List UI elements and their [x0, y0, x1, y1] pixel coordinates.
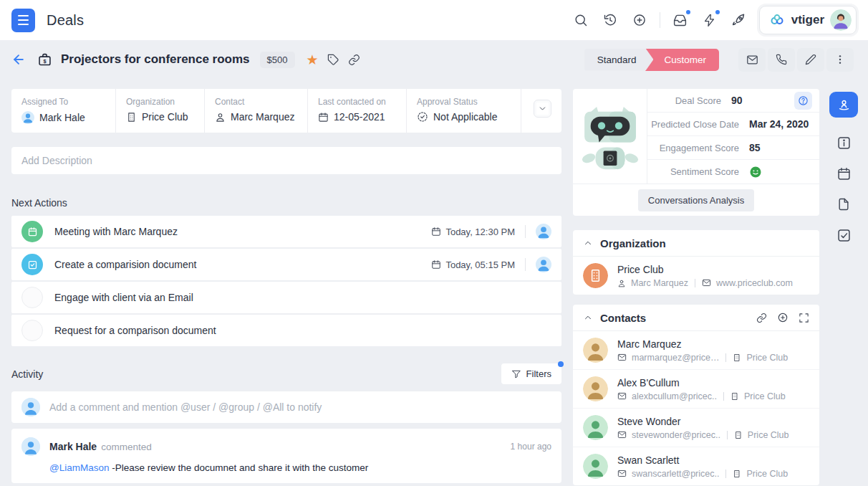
history-icon[interactable]: [601, 11, 619, 29]
contact-org: Price Club: [746, 469, 788, 479]
field-label: Assigned To: [21, 97, 105, 107]
organization-name[interactable]: Price Club: [617, 264, 793, 275]
person-icon: [215, 112, 226, 123]
field-approval-status: Approval Status Not Applicable: [407, 89, 521, 133]
comment-text: -Please review the documnet and share it…: [112, 462, 368, 473]
contact-avatar: [583, 454, 608, 479]
field-label: Approval Status: [417, 97, 511, 107]
calendar-icon: [431, 259, 441, 270]
quick-create-icon[interactable]: [630, 11, 649, 29]
comment-input[interactable]: [49, 401, 551, 413]
current-user-avatar: [21, 398, 40, 416]
contact-name[interactable]: Marc Marquez: [617, 338, 788, 350]
comment-time: 1 hour ago: [511, 442, 551, 452]
next-action-row[interactable]: Request for a comparison document: [11, 315, 561, 346]
organization-row[interactable]: Price Club Marc Marquez www.priceclub.co…: [573, 257, 819, 295]
contact-row[interactable]: Swan Scarlett swanscarlett@pricec.. Pric…: [573, 447, 819, 485]
empty-action-circle[interactable]: [21, 287, 43, 308]
email-icon: [617, 353, 627, 362]
search-icon[interactable]: [572, 11, 590, 29]
deal-title: Projectors for conference rooms: [61, 52, 250, 67]
back-icon[interactable]: [11, 52, 26, 67]
next-action-row[interactable]: Engage with client via an Email: [11, 282, 561, 313]
touchpoints-icon[interactable]: [829, 92, 858, 118]
collapse-chevron-icon[interactable]: [583, 313, 593, 323]
brand-name: vtiger: [791, 13, 824, 27]
top-bar: Deals vtiger: [0, 0, 868, 40]
field-value[interactable]: Marc Marquez: [231, 111, 294, 123]
contact-email[interactable]: swanscarlett@pricec..: [632, 469, 719, 479]
commenter-avatar[interactable]: [21, 437, 40, 456]
contact-row[interactable]: Steve Wonder stevewonder@pricec.. Price …: [573, 409, 819, 447]
contact-row[interactable]: Alex B'Cullum alexbcullum@pricec.. Price…: [573, 370, 819, 409]
tag-icon[interactable]: [327, 54, 339, 66]
contact-row[interactable]: Marc Marquez marmarquez@price… Price Clu…: [573, 331, 819, 370]
contacts-card: Contacts Marc Marquez marmarquez@price…: [573, 305, 819, 485]
add-contact-icon[interactable]: [777, 312, 789, 323]
description-input[interactable]: [11, 155, 561, 166]
organization-website[interactable]: www.priceclub.com: [716, 278, 793, 288]
building-icon: [734, 431, 743, 439]
stage-customer[interactable]: Customer: [645, 49, 719, 71]
email-icon[interactable]: [738, 48, 766, 72]
svg-text:$: $: [43, 57, 47, 64]
calendar-icon[interactable]: [835, 165, 852, 182]
task-type-icon[interactable]: [21, 254, 43, 275]
next-action-row[interactable]: Create a comparision document Today, 05:…: [11, 249, 561, 280]
hamburger-menu-button[interactable]: [11, 9, 35, 32]
link-contact-icon[interactable]: [756, 313, 767, 323]
assignee-avatar[interactable]: [536, 257, 551, 272]
person-icon: [617, 279, 626, 287]
documents-icon[interactable]: [835, 196, 852, 213]
filters-button[interactable]: Filters: [501, 363, 561, 384]
building-icon: [126, 112, 137, 123]
collapse-chevron-icon[interactable]: [583, 238, 593, 248]
assignee-avatar[interactable]: [536, 224, 551, 239]
ai-bot-illustration: [573, 89, 647, 184]
contact-name[interactable]: Alex B'Cullum: [617, 377, 786, 389]
contact-email[interactable]: alexbcullum@pricec..: [632, 391, 717, 401]
email-icon: [702, 278, 711, 287]
contact-name[interactable]: Swan Scarlett: [617, 454, 788, 466]
field-value[interactable]: Not Applicable: [433, 111, 498, 123]
rocket-icon[interactable]: [730, 11, 748, 29]
star-icon[interactable]: ★: [307, 53, 319, 67]
link-icon[interactable]: [348, 54, 360, 66]
predicted-close-label: Predicted Close Date: [647, 119, 749, 130]
field-value[interactable]: Mark Hale: [39, 112, 85, 123]
phone-icon[interactable]: [768, 48, 795, 72]
inbox-icon[interactable]: [671, 11, 690, 29]
expand-icon[interactable]: [799, 313, 809, 323]
field-label: Last contacted on: [318, 97, 396, 107]
field-value[interactable]: Price Club: [142, 111, 188, 123]
field-label: Contact: [215, 97, 297, 107]
predicted-close-value: Mar 24, 2020: [749, 118, 812, 130]
contact-org: Price Club: [746, 353, 788, 363]
comment-author[interactable]: Mark Hale: [49, 441, 97, 452]
chevron-down-icon[interactable]: [534, 100, 551, 118]
user-avatar[interactable]: [830, 9, 852, 31]
deal-briefcase-icon: $: [37, 52, 52, 67]
actions-bolt-icon[interactable]: [700, 11, 719, 29]
mention-link[interactable]: @LiamMason: [49, 462, 110, 473]
conversations-analysis-button[interactable]: Conversations Analysis: [638, 189, 754, 211]
stage-standard[interactable]: Standard: [584, 49, 654, 71]
edit-icon[interactable]: [797, 48, 824, 72]
contact-name[interactable]: Steve Wonder: [617, 416, 789, 427]
info-icon[interactable]: [835, 134, 852, 151]
more-icon[interactable]: [826, 48, 854, 72]
contact-org: Price Club: [748, 430, 789, 440]
tasks-icon[interactable]: [835, 227, 852, 244]
field-last-contacted: Last contacted on 12-05-2021: [308, 89, 407, 133]
sentiment-score-label: Sentiment Score: [647, 166, 749, 177]
building-icon: [730, 392, 739, 401]
deal-amount-badge: $500: [260, 52, 295, 68]
help-icon[interactable]: [794, 92, 812, 110]
empty-action-circle[interactable]: [21, 320, 43, 341]
contact-email[interactable]: stevewonder@pricec..: [632, 430, 720, 440]
event-type-icon[interactable]: [21, 221, 43, 242]
contact-email[interactable]: marmarquez@price…: [632, 353, 719, 363]
brand-account-box[interactable]: vtiger: [759, 6, 857, 34]
next-action-title: Meeting with Marc Marquez: [54, 226, 178, 237]
next-action-row[interactable]: Meeting with Marc Marquez Today, 12:30 P…: [11, 216, 561, 247]
